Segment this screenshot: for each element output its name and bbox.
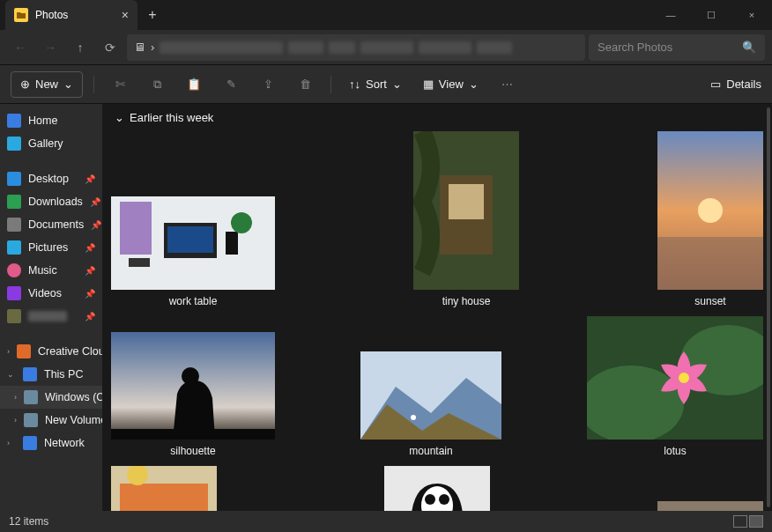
tab-title: Photos bbox=[35, 9, 68, 21]
thumbnails-view-icon[interactable] bbox=[749, 515, 763, 528]
network-icon bbox=[23, 436, 37, 450]
maximize-button[interactable]: ☐ bbox=[691, 0, 731, 30]
svg-rect-3 bbox=[226, 232, 238, 255]
sidebar-item-home[interactable]: Home bbox=[0, 109, 102, 132]
sidebar-item-network[interactable]: › Network bbox=[0, 432, 102, 454]
close-window-button[interactable]: × bbox=[731, 0, 772, 30]
share-icon[interactable]: ⇪ bbox=[253, 71, 283, 98]
svg-rect-6 bbox=[120, 202, 152, 255]
sidebar-item-music[interactable]: Music 📌 bbox=[0, 259, 102, 282]
drive-icon bbox=[24, 390, 38, 404]
sidebar-item-label: New Volume (D:) bbox=[45, 414, 102, 426]
thumb-sunset[interactable]: sunset bbox=[657, 131, 763, 307]
expand-icon[interactable]: › bbox=[7, 439, 16, 447]
up-button[interactable]: ↑ bbox=[67, 34, 93, 61]
pin-icon: 📌 bbox=[85, 243, 95, 253]
chevron-down-icon: ⌄ bbox=[469, 78, 479, 91]
expand-icon[interactable]: › bbox=[14, 416, 17, 425]
sidebar-item-downloads[interactable]: Downloads 📌 bbox=[0, 190, 102, 213]
sidebar-item-label: Windows (C:) bbox=[45, 391, 102, 403]
details-button[interactable]: ▭ Details bbox=[710, 78, 761, 91]
svg-rect-15 bbox=[111, 429, 275, 440]
expand-icon[interactable]: › bbox=[14, 393, 17, 402]
pin-icon: 📌 bbox=[85, 312, 95, 321]
thumb-caption: silhouette bbox=[111, 445, 275, 457]
search-icon: 🔍 bbox=[742, 41, 756, 54]
expand-icon[interactable]: ⌄ bbox=[7, 370, 16, 379]
expand-icon[interactable]: › bbox=[7, 347, 10, 356]
back-button[interactable]: ← bbox=[7, 34, 33, 61]
sort-button[interactable]: ↑↓ Sort ⌄ bbox=[342, 71, 409, 98]
sidebar-item-videos[interactable]: Videos 📌 bbox=[0, 282, 102, 305]
videos-icon bbox=[7, 286, 21, 300]
sidebar-item-ddrive[interactable]: › New Volume (D:) bbox=[0, 409, 102, 432]
new-button[interactable]: ⊕ New ⌄ bbox=[11, 71, 83, 98]
chevron-down-icon: ⌄ bbox=[392, 78, 402, 91]
thumb-caption: tiny house bbox=[413, 295, 519, 307]
delete-icon[interactable]: 🗑 bbox=[290, 71, 320, 98]
thumbnail-image bbox=[111, 466, 217, 511]
pictures-icon bbox=[7, 240, 21, 255]
redacted-label bbox=[28, 311, 67, 321]
close-tab-icon[interactable]: × bbox=[122, 8, 129, 22]
view-button[interactable]: ▦ View ⌄ bbox=[416, 71, 486, 98]
folder-icon bbox=[14, 8, 28, 22]
thumb-caption: lotus bbox=[587, 445, 763, 457]
pin-icon: 📌 bbox=[85, 289, 95, 299]
chevron-right-icon: › bbox=[151, 41, 154, 54]
svg-rect-2 bbox=[167, 226, 213, 253]
cut-icon[interactable]: ✄ bbox=[105, 71, 135, 98]
sidebar-item-gallery[interactable]: Gallery bbox=[0, 132, 102, 155]
forward-button[interactable]: → bbox=[37, 34, 63, 61]
group-header[interactable]: ⌄ Earlier this week bbox=[102, 104, 772, 128]
pin-icon: 📌 bbox=[85, 266, 95, 276]
thumbnail-image bbox=[657, 131, 763, 290]
tab-photos[interactable]: Photos × bbox=[5, 0, 137, 30]
sidebar-item-cdrive[interactable]: › Windows (C:) bbox=[0, 386, 102, 409]
thumb-mountain[interactable]: mountain bbox=[360, 351, 501, 457]
minimize-button[interactable]: — bbox=[650, 0, 691, 30]
svg-rect-9 bbox=[449, 184, 484, 219]
sidebar-item-label: Creative Cloud Files bbox=[38, 345, 102, 358]
thumb-work-table[interactable]: work table bbox=[111, 196, 275, 307]
thumb-tiny-house[interactable]: tiny house bbox=[413, 131, 519, 307]
copy-icon[interactable]: ⧉ bbox=[142, 71, 172, 98]
sidebar-item-thispc[interactable]: ⌄ This PC bbox=[0, 363, 102, 386]
sidebar-item-label: Videos bbox=[28, 287, 62, 299]
sidebar-item-pictures[interactable]: Pictures 📌 bbox=[0, 236, 102, 259]
svg-point-27 bbox=[425, 494, 435, 505]
add-tab-button[interactable]: + bbox=[137, 0, 167, 30]
download-icon bbox=[7, 195, 21, 209]
sidebar-item-label: Documents bbox=[28, 218, 84, 231]
thumb-silhouette[interactable]: silhouette bbox=[111, 332, 275, 457]
thumb-caption: work table bbox=[111, 295, 275, 307]
chevron-down-icon: ⌄ bbox=[115, 111, 124, 124]
more-button[interactable]: ⋯ bbox=[493, 71, 523, 98]
sidebar-item-label: Desktop bbox=[28, 173, 69, 185]
sidebar-item-documents[interactable]: Documents 📌 bbox=[0, 213, 102, 236]
thumb-lotus[interactable]: lotus bbox=[587, 316, 763, 457]
sidebar-item-label: Music bbox=[28, 264, 57, 277]
music-icon bbox=[7, 263, 21, 277]
refresh-button[interactable]: ⟳ bbox=[97, 34, 123, 61]
address-bar[interactable]: 🖥 › bbox=[127, 34, 585, 61]
rename-icon[interactable]: ✎ bbox=[216, 71, 246, 98]
search-placeholder: Search Photos bbox=[598, 41, 672, 54]
sidebar: Home Gallery Desktop 📌 Downloads 📌 Docum… bbox=[0, 104, 102, 511]
details-view-icon[interactable] bbox=[733, 515, 747, 528]
view-label: View bbox=[439, 78, 464, 91]
group-label: Earlier this week bbox=[130, 111, 213, 124]
sidebar-item-desktop[interactable]: Desktop 📌 bbox=[0, 167, 102, 190]
thumb-partial-1[interactable] bbox=[111, 466, 217, 511]
search-input[interactable]: Search Photos 🔍 bbox=[589, 34, 765, 61]
scrollbar[interactable] bbox=[767, 107, 770, 507]
thumb-partial-2[interactable] bbox=[384, 466, 490, 511]
thumbnail-image bbox=[413, 131, 519, 290]
sidebar-item-redacted[interactable]: 📌 bbox=[0, 305, 102, 328]
sort-label: Sort bbox=[366, 78, 387, 91]
paste-icon[interactable]: 📋 bbox=[179, 71, 209, 98]
documents-icon bbox=[7, 218, 21, 232]
thumb-partial-3[interactable] bbox=[657, 501, 763, 511]
thumbnail-image bbox=[587, 316, 763, 440]
sidebar-item-ccf[interactable]: › Creative Cloud Files bbox=[0, 340, 102, 363]
